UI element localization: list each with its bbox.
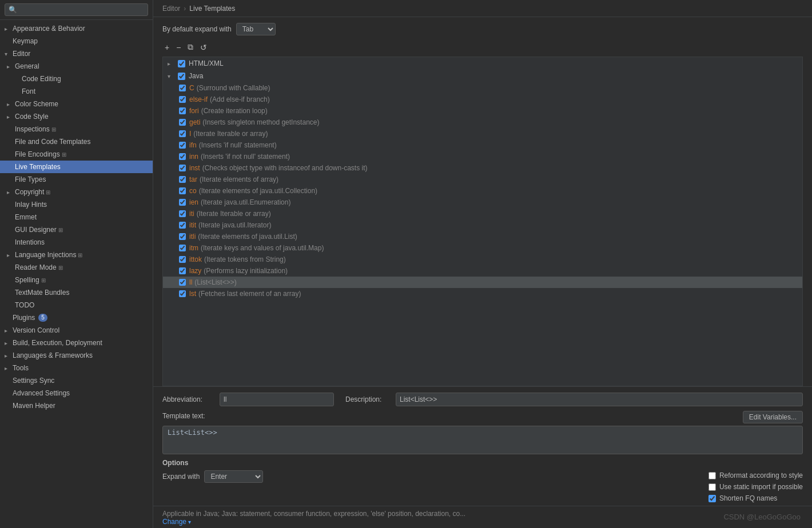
template-row-itit[interactable]: itit(Iterate java.util.Iterator) bbox=[163, 219, 802, 231]
template-row-C[interactable]: C(Surround with Callable) bbox=[163, 82, 802, 94]
group-checkbox-Java[interactable] bbox=[178, 73, 185, 80]
template-row-ien[interactable]: ien(Iterate java.util.Enumeration) bbox=[163, 197, 802, 208]
sidebar-item-version-control[interactable]: Version Control bbox=[0, 324, 153, 337]
sidebar-item-copyright[interactable]: Copyright⊞ bbox=[0, 186, 153, 198]
sidebar-item-textmate-bundles[interactable]: TextMate Bundles bbox=[0, 286, 153, 299]
template-row-ifn[interactable]: ifn(Inserts 'if null' statement) bbox=[163, 139, 802, 151]
sidebar-item-language-injections[interactable]: Language Injections⊞ bbox=[0, 249, 153, 261]
sidebar-label-spelling: Spelling bbox=[15, 276, 39, 284]
sidebar-item-advanced-settings[interactable]: Advanced Settings bbox=[0, 387, 153, 399]
template-checkbox-ittok[interactable] bbox=[179, 256, 186, 263]
template-row-else-if[interactable]: else-if(Add else-if branch) bbox=[163, 94, 802, 105]
sidebar-item-inspections[interactable]: Inspections⊞ bbox=[0, 123, 153, 135]
sidebar-item-file-encodings[interactable]: File Encodings⊞ bbox=[0, 148, 153, 161]
template-row-tar[interactable]: tar(Iterate elements of array) bbox=[163, 174, 802, 185]
edit-variables-btn[interactable]: Edit Variables... bbox=[743, 411, 803, 423]
template-checkbox-inst[interactable] bbox=[179, 165, 186, 171]
template-checkbox-else-if[interactable] bbox=[179, 96, 186, 103]
template-row-I[interactable]: I(Iterate Iterable or array) bbox=[163, 128, 802, 139]
sidebar: Appearance & BehaviorKeymapEditorGeneral… bbox=[0, 0, 153, 528]
remove-button[interactable]: − bbox=[174, 42, 183, 53]
reset-button[interactable]: ↺ bbox=[198, 42, 209, 53]
template-checkbox-lst[interactable] bbox=[179, 290, 186, 297]
group-row-html-xml[interactable]: ▸HTML/XML bbox=[163, 57, 802, 70]
group-checkbox-HTML/XML[interactable] bbox=[178, 60, 185, 67]
template-checkbox-itm[interactable] bbox=[179, 245, 186, 251]
abbr-input[interactable] bbox=[220, 393, 334, 406]
template-row-itm[interactable]: itm(Iterate keys and values of java.util… bbox=[163, 242, 802, 254]
template-checkbox-tar[interactable] bbox=[179, 176, 186, 183]
sidebar-item-keymap[interactable]: Keymap bbox=[0, 35, 153, 47]
desc-input[interactable] bbox=[396, 393, 803, 406]
template-row-inst[interactable]: inst(Checks object type with instanceof … bbox=[163, 162, 802, 174]
template-row-lazy[interactable]: lazy(Performs lazy initialization) bbox=[163, 265, 802, 277]
sidebar-item-font[interactable]: Font bbox=[0, 85, 153, 98]
template-checkbox-ifn[interactable] bbox=[179, 142, 186, 149]
sidebar-item-general[interactable]: General bbox=[0, 60, 153, 73]
template-abbr-lazy: lazy bbox=[189, 267, 201, 275]
sidebar-item-color-scheme[interactable]: Color Scheme bbox=[0, 98, 153, 110]
reformat-checkbox[interactable] bbox=[708, 472, 716, 479]
shorten-fq-checkbox[interactable] bbox=[708, 495, 716, 502]
search-input[interactable] bbox=[5, 3, 148, 16]
copy-button[interactable]: ⧉ bbox=[185, 41, 196, 53]
template-row-co[interactable]: co(Iterate elements of java.util.Collect… bbox=[163, 185, 802, 197]
sidebar-label-intentions: Intentions bbox=[15, 238, 45, 246]
chevron-general bbox=[7, 63, 15, 70]
template-checkbox-inn[interactable] bbox=[179, 153, 186, 160]
expand-with-select[interactable]: TabEnterSpaceDefault (Tab) bbox=[204, 470, 263, 483]
sidebar-item-code-editing[interactable]: Code Editing bbox=[0, 73, 153, 85]
template-checkbox-fori[interactable] bbox=[179, 107, 186, 114]
sidebar-item-plugins[interactable]: Plugins5 bbox=[0, 311, 153, 324]
group-row-java[interactable]: ▾Java bbox=[163, 70, 802, 82]
template-code[interactable]: List<List<>> bbox=[162, 426, 803, 454]
sidebar-item-editor[interactable]: Editor bbox=[0, 47, 153, 60]
template-checkbox-ien[interactable] bbox=[179, 199, 186, 206]
template-row-geti[interactable]: geti(Inserts singleton method getInstanc… bbox=[163, 117, 802, 128]
breadcrumb-current: Live Templates bbox=[189, 5, 235, 13]
change-link[interactable]: Change bbox=[162, 518, 186, 526]
template-checkbox-co[interactable] bbox=[179, 187, 186, 194]
template-checkbox-itli[interactable] bbox=[179, 233, 186, 240]
add-button[interactable]: + bbox=[162, 42, 172, 53]
template-checkbox-itit[interactable] bbox=[179, 222, 186, 229]
sidebar-item-build-exec-deploy[interactable]: Build, Execution, Deployment bbox=[0, 337, 153, 349]
template-row-fori[interactable]: fori(Create iteration loop) bbox=[163, 105, 802, 117]
template-row-lst[interactable]: lst(Fetches last element of an array) bbox=[163, 288, 802, 299]
sidebar-item-appearance[interactable]: Appearance & Behavior bbox=[0, 22, 153, 35]
sidebar-item-todo[interactable]: TODO bbox=[0, 299, 153, 311]
static-import-checkbox[interactable] bbox=[708, 483, 716, 491]
sidebar-item-inlay-hints[interactable]: Inlay Hints bbox=[0, 198, 153, 211]
sidebar-item-file-code-templates[interactable]: File and Code Templates bbox=[0, 135, 153, 148]
template-row-inn[interactable]: inn(Inserts 'if not null' statement) bbox=[163, 151, 802, 162]
template-row-ittok[interactable]: ittok(Iterate tokens from String) bbox=[163, 254, 802, 265]
sidebar-item-languages-frameworks[interactable]: Languages & Frameworks bbox=[0, 349, 153, 362]
template-desc-else-if: (Add else-if branch) bbox=[210, 95, 270, 103]
sidebar-item-reader-mode[interactable]: Reader Mode⊞ bbox=[0, 261, 153, 274]
sidebar-item-code-style[interactable]: Code Style bbox=[0, 110, 153, 123]
sidebar-item-intentions[interactable]: Intentions bbox=[0, 236, 153, 249]
sidebar-label-file-types: File Types bbox=[15, 175, 46, 183]
sidebar-label-file-encodings: File Encodings bbox=[15, 150, 60, 158]
sidebar-item-live-templates[interactable]: Live Templates bbox=[0, 161, 153, 173]
sidebar-item-tools[interactable]: Tools bbox=[0, 362, 153, 374]
sidebar-item-file-types[interactable]: File Types bbox=[0, 173, 153, 186]
sidebar-item-emmet[interactable]: Emmet bbox=[0, 211, 153, 223]
template-checkbox-I[interactable] bbox=[179, 130, 186, 137]
search-bar[interactable] bbox=[0, 0, 153, 20]
expand-select[interactable]: TabEnterSpace bbox=[236, 23, 276, 35]
templates-list[interactable]: ▸HTML/XML▾JavaC(Surround with Callable)e… bbox=[162, 57, 803, 386]
template-row-iti[interactable]: iti(Iterate Iterable or array) bbox=[163, 208, 802, 219]
template-checkbox-geti[interactable] bbox=[179, 119, 186, 126]
template-checkbox-lazy[interactable] bbox=[179, 267, 186, 274]
sidebar-item-maven-helper[interactable]: Maven Helper bbox=[0, 399, 153, 412]
sidebar-label-code-editing: Code Editing bbox=[22, 75, 61, 83]
template-checkbox-C[interactable] bbox=[179, 85, 186, 91]
template-row-itli[interactable]: itli(Iterate elements of java.util.List) bbox=[163, 231, 802, 242]
sidebar-item-gui-designer[interactable]: GUI Designer⊞ bbox=[0, 223, 153, 236]
template-row-ll[interactable]: ll(List<List<>>) bbox=[163, 277, 802, 288]
template-checkbox-iti[interactable] bbox=[179, 210, 186, 217]
template-checkbox-ll[interactable] bbox=[179, 279, 186, 286]
sidebar-item-spelling[interactable]: Spelling⊞ bbox=[0, 274, 153, 286]
sidebar-item-settings-sync[interactable]: Settings Sync bbox=[0, 374, 153, 387]
